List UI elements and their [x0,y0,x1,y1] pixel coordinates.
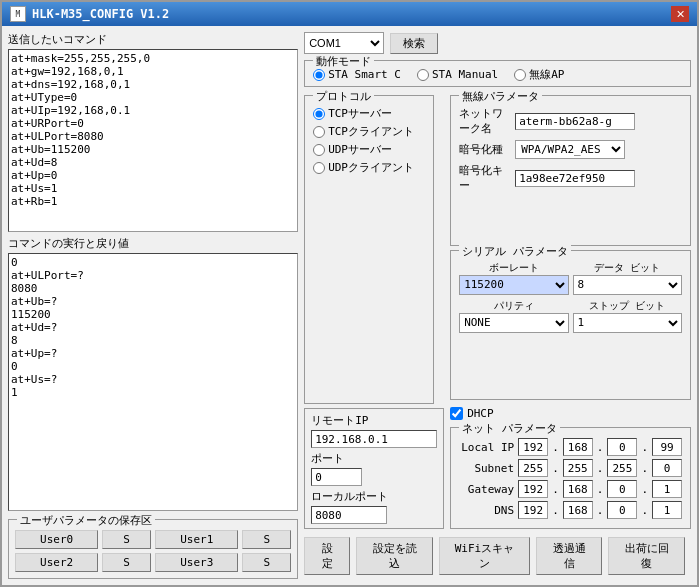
user3-s-button[interactable]: S [242,553,291,572]
wifi-scan-button[interactable]: WiFiスキャン [439,537,530,575]
gw-1[interactable] [518,480,548,498]
serial-grid: ボーレート 9600 19200 38400 57600 115200 [459,261,682,333]
proto-udp-server[interactable]: UDPサーバー [313,142,425,157]
bottom-buttons: 設定 設定を読込 WiFiスキャン 透過通信 出荷に回復 [304,533,691,579]
mode-ap[interactable]: 無線AP [514,67,564,82]
key-row: 暗号化キー [459,163,682,193]
result-textarea[interactable] [8,253,298,511]
dns-row: DNS . . . [459,501,682,519]
subnet-row: Subnet . . . [459,459,682,477]
user1-button[interactable]: User1 [155,530,238,549]
parity-select[interactable]: NONEODDEVEN [459,313,568,333]
user1-s-button[interactable]: S [242,530,291,549]
proto-tcp-server-radio[interactable] [313,108,325,120]
user3-button[interactable]: User3 [155,553,238,572]
local-ip-2[interactable] [563,438,593,456]
proto-udp-client-radio[interactable] [313,162,325,174]
stop-col: ストップ ビット 12 [573,299,682,333]
proto-udp-client[interactable]: UDPクライアント [313,160,425,175]
close-button[interactable]: ✕ [671,6,689,22]
mode-sta-manual-label: STA Manual [432,68,498,81]
main-content: 送信したいコマンド コマンドの実行と戻り値 ユーザパラメータの保存区 User0… [2,26,697,585]
wireless-label: 無線パラメータ [459,89,542,104]
mode-ap-radio[interactable] [514,69,526,81]
output-button[interactable]: 出荷に回復 [608,537,685,575]
local-ip-1[interactable] [518,438,548,456]
app-icon: M [10,6,26,22]
remote-ip-input[interactable] [311,430,437,448]
window-title: HLK-M35_CONFIG V1.2 [32,7,169,21]
dns-2[interactable] [563,501,593,519]
stop-select[interactable]: 12 [573,313,682,333]
command-textarea[interactable] [8,49,298,232]
subnet-4[interactable] [652,459,682,477]
dot1: . [552,441,559,454]
local-port-input[interactable] [311,506,387,524]
proto-tcp-client[interactable]: TCPクライアント [313,124,425,139]
gw-2[interactable] [563,480,593,498]
remote-box: リモートIP ポート ローカルポート [304,408,444,529]
gw-3[interactable] [607,480,637,498]
network-label: ネットワーク名 [459,106,509,136]
key-input[interactable] [515,170,635,187]
port-input[interactable] [311,468,361,486]
com-select[interactable]: COM1 COM2 COM3 [304,32,384,54]
local-ip-row: Local IP . . . [459,438,682,456]
dot2: . [597,441,604,454]
proto-udp-server-radio[interactable] [313,144,325,156]
subnet-3[interactable] [607,459,637,477]
dns-3[interactable] [607,501,637,519]
right-panel: COM1 COM2 COM3 検索 動作モード STA Smart C STA … [304,32,691,579]
result-label: コマンドの実行と戻り値 [8,236,298,251]
mode-sta-manual-radio[interactable] [417,69,429,81]
protocol-radio-col: TCPサーバー TCPクライアント UDPサーバー [313,106,425,175]
dns-4[interactable] [652,501,682,519]
network-input[interactable] [515,113,635,130]
title-bar: M HLK-M35_CONFIG V1.2 ✕ [2,2,697,26]
left-panel: 送信したいコマンド コマンドの実行と戻り値 ユーザパラメータの保存区 User0… [8,32,298,579]
transparent-button[interactable]: 透過通信 [536,537,603,575]
local-ip-label: Local IP [459,441,514,454]
local-ip-4[interactable] [652,438,682,456]
encrypt-label: 暗号化種 [459,142,509,157]
set-button[interactable]: 設定 [304,537,350,575]
search-button[interactable]: 検索 [390,33,438,54]
baud-select[interactable]: 9600 19200 38400 57600 115200 [459,275,568,295]
user2-s-button[interactable]: S [102,553,151,572]
mode-box: 動作モード STA Smart C STA Manual 無線AP [304,60,691,87]
protocol-label: プロトコル [313,89,374,104]
network-row: ネットワーク名 [459,106,682,136]
baud-col: ボーレート 9600 19200 38400 57600 115200 [459,261,568,295]
stop-label: ストップ ビット [573,299,682,313]
mode-ap-label: 無線AP [529,67,564,82]
mid-row: プロトコル TCPサーバー TCPクライアント [304,95,691,529]
proto-tcp-server[interactable]: TCPサーバー [313,106,425,121]
data-label: データ ビット [573,261,682,275]
dhcp-checkbox[interactable] [450,407,463,420]
net-params-content: Local IP . . . Subnet [459,438,682,519]
gw-4[interactable] [652,480,682,498]
subnet-label: Subnet [459,462,514,475]
top-row: COM1 COM2 COM3 検索 [304,32,691,54]
key-label: 暗号化キー [459,163,509,193]
data-select[interactable]: 5678 [573,275,682,295]
local-ip-3[interactable] [607,438,637,456]
subnet-2[interactable] [563,459,593,477]
title-bar-left: M HLK-M35_CONFIG V1.2 [10,6,169,22]
serial-label: シリアル パラメータ [459,244,571,259]
result-section: コマンドの実行と戻り値 [8,236,298,511]
proto-tcp-client-label: TCPクライアント [328,124,414,139]
mode-sta-smart-radio[interactable] [313,69,325,81]
mode-sta-manual[interactable]: STA Manual [417,68,498,81]
dns-1[interactable] [518,501,548,519]
mode-sta-smart[interactable]: STA Smart C [313,68,401,81]
proto-tcp-client-radio[interactable] [313,126,325,138]
wireless-box: 無線パラメータ ネットワーク名 暗号化種 WPA/WPA2_AES WPA [450,95,691,246]
user2-button[interactable]: User2 [15,553,98,572]
user0-s-button[interactable]: S [102,530,151,549]
user0-button[interactable]: User0 [15,530,98,549]
subnet-1[interactable] [518,459,548,477]
mode-label: 動作モード [313,54,374,69]
read-button[interactable]: 設定を読込 [356,537,433,575]
encrypt-select[interactable]: WPA/WPA2_AES WPA WPA2 NONE [515,140,625,159]
